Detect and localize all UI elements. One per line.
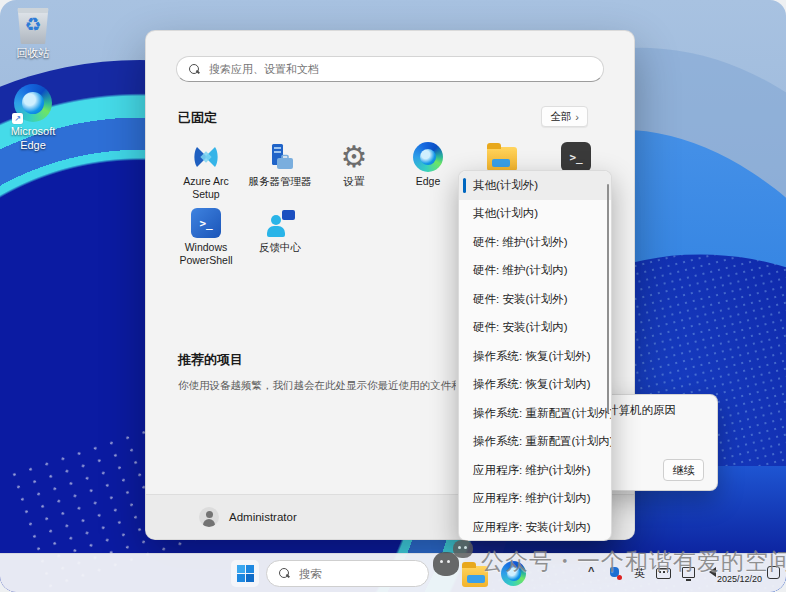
- azure-arc-icon: [169, 139, 243, 175]
- tray-app-icon[interactable]: [610, 567, 621, 579]
- notification-center-icon[interactable]: [767, 566, 780, 579]
- desktop-icon-label: 回收站: [6, 47, 60, 61]
- dropdown-item[interactable]: 操作系统: 重新配置(计划外): [459, 399, 611, 428]
- shortcut-arrow-icon: ↗: [12, 113, 23, 124]
- desktop-icon-recycle-bin[interactable]: ♻ 回收站: [6, 8, 60, 61]
- dropdown-item[interactable]: 应用程序: 安装(计划内): [459, 513, 611, 541]
- dropdown-item[interactable]: 硬件: 安装(计划外): [459, 285, 611, 314]
- dropdown-item[interactable]: 操作系统: 恢复(计划内): [459, 371, 611, 400]
- taskbar-search-input[interactable]: [299, 568, 409, 580]
- clock-date: 2025/12/20: [716, 573, 762, 586]
- taskbar: ^ 英 2025/12/20: [0, 553, 786, 592]
- taskbar-edge[interactable]: [501, 561, 526, 586]
- pinned-app-label: 设置: [317, 175, 391, 188]
- user-avatar[interactable]: [199, 507, 219, 527]
- start-button[interactable]: [231, 560, 259, 587]
- windows-logo-icon: [237, 565, 254, 582]
- recycle-symbol: ♻: [17, 15, 49, 34]
- pinned-app-label: Windows PowerShell: [169, 241, 243, 267]
- taskbar-clock[interactable]: 2025/12/20: [716, 560, 762, 586]
- dropdown-item[interactable]: 其他(计划内): [459, 200, 611, 229]
- dropdown-item[interactable]: 应用程序: 维护(计划内): [459, 485, 611, 514]
- recycle-bin-icon: ♻: [17, 8, 49, 44]
- dropdown-item[interactable]: 硬件: 安装(计划内): [459, 314, 611, 343]
- dropdown-item[interactable]: 操作系统: 恢复(计划外): [459, 342, 611, 371]
- dropdown-item[interactable]: 操作系统: 重新配置(计划内): [459, 428, 611, 457]
- desktop-screen: ♻ 回收站 ↗ Microsoft Edge 已固定 全部 ›: [0, 0, 786, 592]
- feedback-hub-icon: [265, 208, 295, 238]
- recommended-section-title: 推荐的项目: [178, 351, 243, 369]
- start-search-input[interactable]: [209, 63, 569, 75]
- edge-icon: [413, 142, 443, 172]
- shutdown-reason-dropdown: 其他(计划外)其他(计划内)硬件: 维护(计划外)硬件: 维护(计划内)硬件: …: [458, 170, 612, 541]
- hidden-icons-chevron[interactable]: ^: [588, 565, 594, 577]
- pinned-app-label: Edge: [391, 175, 465, 188]
- desktop-icon-edge[interactable]: ↗ Microsoft Edge: [6, 84, 60, 153]
- taskbar-file-explorer[interactable]: [462, 562, 488, 587]
- all-apps-label: 全部: [550, 110, 571, 124]
- pinned-app-label: Azure Arc Setup: [169, 175, 243, 201]
- search-icon: [189, 64, 200, 75]
- shutdown-reason-dialog: 计算机的原因 继续: [600, 394, 718, 491]
- recommended-empty-text: 你使用设备越频繁，我们越会在此处显示你最近使用的文件和新成: [178, 379, 456, 393]
- gear-icon: ⚙: [341, 142, 368, 172]
- touch-keyboard-icon[interactable]: [656, 568, 671, 579]
- ime-indicator[interactable]: 英: [634, 566, 645, 581]
- pinned-app-label: 反馈中心: [243, 241, 317, 254]
- search-icon: [279, 568, 290, 579]
- shutdown-reason-list: 其他(计划外)其他(计划内)硬件: 维护(计划外)硬件: 维护(计划内)硬件: …: [459, 171, 611, 541]
- all-apps-button[interactable]: 全部 ›: [541, 106, 588, 127]
- clock-time: [716, 560, 762, 573]
- network-icon[interactable]: [682, 567, 695, 578]
- desktop-icon-label: Microsoft Edge: [6, 125, 60, 153]
- edge-icon: [501, 561, 526, 586]
- dialog-text: 计算机的原因: [607, 403, 676, 418]
- terminal-icon: >_: [561, 142, 591, 172]
- powershell-icon: >_: [191, 208, 221, 238]
- pinned-app-feedback-hub[interactable]: 反馈中心: [243, 205, 317, 271]
- dropdown-item[interactable]: 硬件: 维护(计划内): [459, 257, 611, 286]
- pinned-app-edge[interactable]: Edge: [391, 139, 465, 205]
- dropdown-item[interactable]: 其他(计划外): [459, 171, 611, 200]
- dropdown-scrollbar[interactable]: [607, 184, 609, 413]
- start-search-box[interactable]: [176, 56, 604, 82]
- pinned-section-title: 已固定: [178, 109, 217, 127]
- user-name[interactable]: Administrator: [229, 511, 297, 523]
- pinned-app-windows-powershell[interactable]: >_ Windows PowerShell: [169, 205, 243, 271]
- pinned-app-settings[interactable]: ⚙ 设置: [317, 139, 391, 205]
- dropdown-item[interactable]: 硬件: 维护(计划外): [459, 228, 611, 257]
- chevron-right-icon: ›: [575, 111, 579, 123]
- dropdown-item[interactable]: 应用程序: 维护(计划外): [459, 456, 611, 485]
- pinned-app-server-manager[interactable]: 服务器管理器: [243, 139, 317, 205]
- pinned-app-azure-arc-setup[interactable]: Azure Arc Setup: [169, 139, 243, 205]
- folder-icon: [487, 147, 517, 171]
- pinned-app-label: 服务器管理器: [243, 175, 317, 188]
- taskbar-search-box[interactable]: [266, 560, 429, 587]
- folder-icon: [462, 566, 488, 587]
- continue-button[interactable]: 继续: [663, 459, 704, 481]
- server-manager-icon: [243, 139, 317, 175]
- volume-icon[interactable]: [704, 567, 716, 577]
